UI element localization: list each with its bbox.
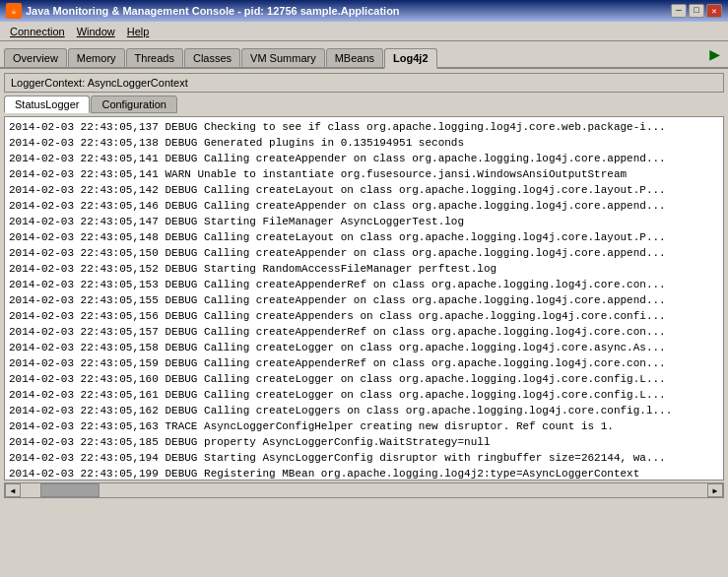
log-line: 2014-02-03 22:43:05,194 DEBUG Starting A… — [9, 450, 719, 466]
title-bar-text: Java Monitoring & Management Console - p… — [26, 5, 400, 17]
main-content: LoggerContext: AsyncLoggerContext Status… — [0, 69, 728, 575]
log-line: 2014-02-03 22:43:05,156 DEBUG Calling cr… — [9, 308, 719, 324]
connection-icon: ▶ — [709, 43, 724, 67]
log-line: 2014-02-03 22:43:05,155 DEBUG Calling cr… — [9, 292, 719, 308]
tab-threads[interactable]: Threads — [126, 48, 183, 67]
tab-vm-summary[interactable]: VM Summary — [241, 48, 325, 67]
sub-tab-status-logger[interactable]: StatusLogger — [4, 96, 90, 113]
log-line: 2014-02-03 22:43:05,160 DEBUG Calling cr… — [9, 371, 719, 387]
app-icon: ☕ — [6, 3, 22, 19]
title-bar-left: ☕ Java Monitoring & Management Console -… — [6, 3, 400, 19]
log-line: 2014-02-03 22:43:05,157 DEBUG Calling cr… — [9, 324, 719, 340]
scroll-thumb[interactable] — [40, 483, 99, 497]
logger-context-bar: LoggerContext: AsyncLoggerContext — [4, 73, 724, 93]
title-bar-controls: — □ ✕ — [671, 4, 722, 18]
log-line: 2014-02-03 22:43:05,141 DEBUG Calling cr… — [9, 151, 719, 166]
log-line: 2014-02-03 22:43:05,138 DEBUG Generated … — [9, 135, 719, 151]
tab-mbeans[interactable]: MBeans — [326, 48, 383, 67]
tab-overview[interactable]: Overview — [4, 48, 67, 67]
menu-help[interactable]: Help — [121, 25, 156, 38]
sub-tab-row: StatusLogger Configuration — [4, 96, 724, 113]
menu-connection[interactable]: Connection — [4, 25, 71, 38]
menu-window[interactable]: Window — [71, 25, 121, 38]
horizontal-scrollbar[interactable]: ◀ ▶ — [4, 482, 724, 498]
menu-bar: Connection Window Help — [0, 22, 728, 41]
log-line: 2014-02-03 22:43:05,150 DEBUG Calling cr… — [9, 245, 719, 261]
tab-log4j2[interactable]: Log4j2 — [384, 48, 436, 69]
log-line: 2014-02-03 22:43:05,185 DEBUG property A… — [9, 434, 719, 450]
log-line: 2014-02-03 22:43:05,147 DEBUG Starting F… — [9, 214, 719, 229]
logger-context-label: LoggerContext: AsyncLoggerContext — [11, 77, 188, 89]
log-panel[interactable]: 2014-02-03 22:43:05,137 DEBUG Checking t… — [4, 116, 724, 481]
log-line: 2014-02-03 22:43:05,137 DEBUG Checking t… — [9, 119, 719, 135]
log-line: 2014-02-03 22:43:05,146 DEBUG Calling cr… — [9, 198, 719, 214]
tab-memory[interactable]: Memory — [68, 48, 125, 67]
tab-classes[interactable]: Classes — [184, 48, 240, 67]
log-line: 2014-02-03 22:43:05,153 DEBUG Calling cr… — [9, 277, 719, 292]
log-line: 2014-02-03 22:43:05,141 WARN Unable to i… — [9, 166, 719, 182]
title-bar: ☕ Java Monitoring & Management Console -… — [0, 0, 728, 22]
log-line: 2014-02-03 22:43:05,159 DEBUG Calling cr… — [9, 355, 719, 371]
log-line: 2014-02-03 22:43:05,199 DEBUG Registerin… — [9, 466, 719, 481]
sub-tab-configuration[interactable]: Configuration — [91, 96, 176, 113]
log-line: 2014-02-03 22:43:05,162 DEBUG Calling cr… — [9, 403, 719, 418]
main-tab-row: Overview Memory Threads Classes VM Summa… — [0, 41, 728, 69]
close-button[interactable]: ✕ — [706, 4, 722, 18]
log-line: 2014-02-03 22:43:05,148 DEBUG Calling cr… — [9, 229, 719, 245]
scroll-left-button[interactable]: ◀ — [5, 483, 21, 497]
maximize-button[interactable]: □ — [689, 4, 704, 18]
log-line: 2014-02-03 22:43:05,158 DEBUG Calling cr… — [9, 340, 719, 355]
scroll-track[interactable] — [21, 483, 707, 497]
log-line: 2014-02-03 22:43:05,163 TRACE AsyncLogge… — [9, 418, 719, 434]
log-line: 2014-02-03 22:43:05,142 DEBUG Calling cr… — [9, 182, 719, 198]
minimize-button[interactable]: — — [671, 4, 687, 18]
scroll-right-button[interactable]: ▶ — [707, 483, 723, 497]
log-line: 2014-02-03 22:43:05,152 DEBUG Starting R… — [9, 261, 719, 277]
log-line: 2014-02-03 22:43:05,161 DEBUG Calling cr… — [9, 387, 719, 403]
